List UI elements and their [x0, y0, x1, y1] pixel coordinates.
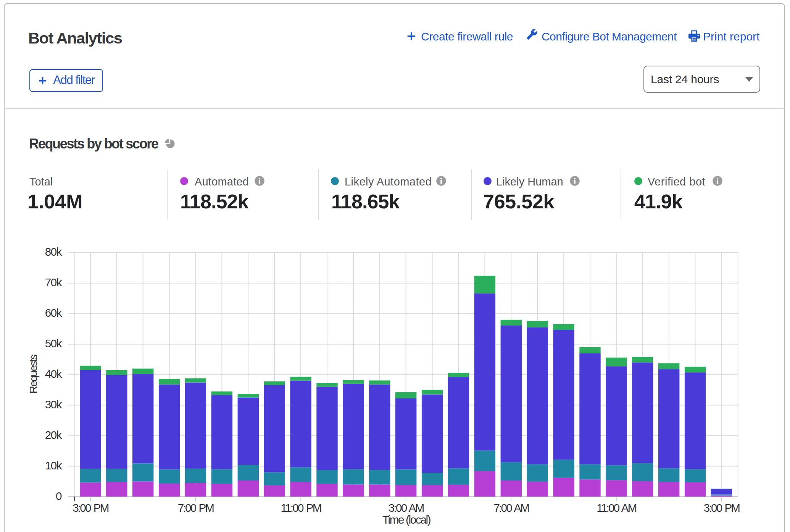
svg-text:30k: 30k — [45, 398, 62, 411]
svg-text:3:00 AM: 3:00 AM — [389, 501, 424, 514]
svg-text:3:00 PM: 3:00 PM — [704, 501, 740, 514]
svg-text:50k: 50k — [45, 337, 62, 350]
svg-text:60k: 60k — [45, 306, 62, 319]
svg-text:40k: 40k — [45, 368, 62, 380]
svg-text:11:00 PM: 11:00 PM — [281, 501, 321, 514]
svg-text:70k: 70k — [45, 276, 62, 289]
svg-text:Time (local): Time (local) — [382, 513, 430, 526]
svg-text:7:00 AM: 7:00 AM — [493, 501, 529, 514]
svg-text:0: 0 — [56, 490, 62, 502]
svg-text:80k: 80k — [45, 245, 62, 258]
svg-text:10k: 10k — [45, 459, 62, 472]
svg-text:20k: 20k — [45, 429, 62, 441]
svg-text:11:00 AM: 11:00 AM — [597, 501, 636, 514]
svg-text:3:00 PM: 3:00 PM — [73, 501, 109, 514]
svg-text:Requests: Requests — [27, 355, 39, 394]
svg-text:7:00 PM: 7:00 PM — [178, 501, 214, 514]
